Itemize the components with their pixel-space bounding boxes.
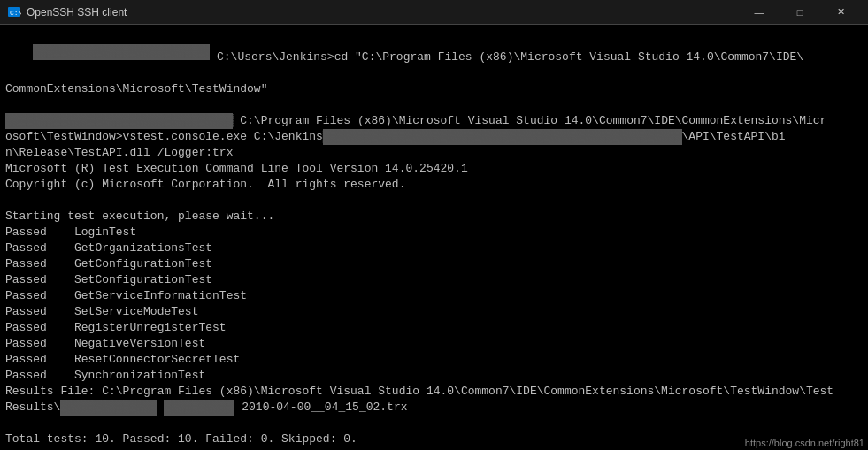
terminal-line: n\Release\TestAPI.dll /Logger:trx — [5, 145, 863, 161]
terminal-line — [5, 193, 863, 209]
terminal-output: ▓▓▓▓▓▓▓▓▓▓▓▓▓▓▓▓▓▓▓▓▓▓▓▓▓▓▓▓▓▓ C:\Users\… — [0, 25, 868, 450]
terminal-line: Results File: C:\Program Files (x86)\Mic… — [5, 384, 863, 400]
maximize-button[interactable]: □ — [780, 0, 820, 25]
terminal-line: Microsoft (R) Test Execution Command Lin… — [5, 161, 863, 177]
terminal-line: Passed SetConfigurationTest — [5, 272, 863, 288]
terminal-line: Passed SynchronizationTest — [5, 368, 863, 384]
terminal-line: Copyright (c) Microsoft Corporation. All… — [5, 177, 863, 193]
terminal-line: Passed ResetConnectorSecretTest — [5, 352, 863, 368]
terminal-line — [5, 97, 863, 113]
window-controls: — □ ✕ — [739, 0, 861, 25]
terminal-line: Starting test execution, please wait... — [5, 209, 863, 225]
terminal-line: Results\▓▓▓▓▓▓▓▓▓▓▓▓▓▓ ▓▓▓▓▓▓▓▓▓▓ 2010-0… — [5, 400, 863, 416]
terminal-line: Passed GetServiceInformationTest — [5, 288, 863, 304]
terminal-line: CommonExtensions\Microsoft\TestWindow" — [5, 81, 863, 97]
terminal-line: Total tests: 10. Passed: 10. Failed: 0. … — [5, 431, 863, 447]
app-icon: C:\ — [7, 5, 21, 19]
terminal-line: Passed SetServiceModeTest — [5, 304, 863, 320]
terminal-line: ▓▓▓▓▓▓▓▓▓▓▓▓▓▓▓▓▓▓▓▓▓▓▓▓▓▓▓▓▓▓ C:\Users\… — [5, 28, 863, 81]
svg-text:C:\: C:\ — [10, 9, 21, 17]
window-title: OpenSSH SSH client — [27, 6, 739, 19]
terminal-line: Passed GetConfigurationTest — [5, 256, 863, 272]
watermark: https://blog.csdn.net/right81 — [745, 438, 864, 448]
minimize-button[interactable]: — — [739, 0, 780, 25]
title-bar: C:\ OpenSSH SSH client — □ ✕ — [0, 0, 868, 25]
terminal-line: ▓▓▓▓▓▓▓▓▓▓▓▓▓▓▓▓▓▓▓▓▓▓▓▓▓▓▓▓▓▓▓▓▓ C:\Pro… — [5, 113, 863, 129]
close-button[interactable]: ✕ — [820, 0, 861, 25]
terminal-line: Passed GetOrganizationsTest — [5, 240, 863, 256]
terminal-line: Passed LoginTest — [5, 225, 863, 240]
terminal-line: Passed NegativeVersionTest — [5, 336, 863, 352]
terminal-line: Passed RegisterUnregisterTest — [5, 320, 863, 336]
terminal-line: osoft\TestWindow>vstest.console.exe C:\J… — [5, 129, 863, 145]
terminal-line — [5, 416, 863, 431]
